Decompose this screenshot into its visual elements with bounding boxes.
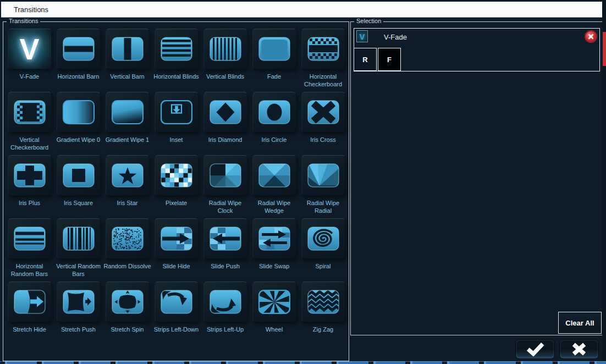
transition-label: Pixelate [152, 200, 201, 207]
transition-tile-radial-wipe-clock[interactable] [203, 155, 247, 196]
transition-tile-slide-swap[interactable] [252, 218, 296, 259]
cancel-button[interactable] [559, 339, 599, 359]
transitions-dialog: Transitions Transitions VV-FadeHorizonta… [0, 0, 606, 364]
transition-cell: Fade [250, 29, 299, 92]
transition-tile-inset[interactable] [155, 92, 199, 133]
transition-label: Stretch Push [54, 326, 103, 334]
transition-tile-radial-wipe-wedge[interactable] [252, 155, 296, 196]
transition-cell: Iris Square [54, 155, 103, 218]
horizontal-random-bars-icon [14, 227, 46, 251]
transition-tile-radial-wipe-radial[interactable] [301, 155, 345, 196]
transition-cell: Wheel [250, 282, 299, 345]
transition-tile-iris-diamond[interactable] [203, 92, 247, 133]
spiral-icon [307, 227, 339, 251]
horizontal-checkerboard-icon [307, 37, 339, 61]
v-fade-thumb-icon: V [356, 30, 368, 42]
remove-transition-button[interactable] [585, 30, 597, 43]
transition-cell: Stretch Spin [103, 282, 152, 345]
f-toggle-button[interactable]: F [378, 48, 401, 71]
transition-label: Horizontal Blinds [152, 73, 201, 81]
transition-tile-iris-plus[interactable] [8, 155, 52, 196]
transition-label: Iris Star [103, 200, 152, 207]
transition-cell: Pixelate [152, 155, 201, 218]
transition-label: Stretch Hide [5, 326, 54, 334]
transition-tile-slide-push[interactable] [203, 218, 247, 259]
transition-cell: Vertical Checkerboard [5, 92, 54, 155]
transition-tile-stretch-spin[interactable] [106, 282, 150, 322]
transition-tile-zig-zag[interactable] [301, 282, 345, 322]
transition-tile-iris-cross[interactable] [301, 92, 345, 133]
ok-button[interactable] [515, 339, 555, 359]
transition-label: Vertical Checkerboard [5, 136, 54, 151]
transition-cell: Slide Swap [250, 218, 299, 282]
transition-cell: Gradient Wipe 0 [54, 92, 103, 155]
selection-item-label: V-Fade [384, 33, 407, 41]
transition-tile-vertical-random-bars[interactable] [57, 218, 101, 259]
transition-cell: Radial Wipe Clock [201, 155, 250, 218]
transition-tile-v-fade[interactable]: V [8, 29, 52, 69]
transition-tile-strips-left-down[interactable] [155, 282, 199, 322]
transitions-grid: VV-FadeHorizontal BarnVertical BarnHoriz… [5, 29, 348, 345]
transition-tile-random-dissolve[interactable] [106, 218, 150, 259]
transition-cell: VV-Fade [5, 29, 54, 92]
selection-groupbox-label: Selection [354, 18, 383, 24]
random-dissolve-icon [112, 227, 144, 251]
strips-left-up-icon [210, 290, 241, 314]
transition-tile-spiral[interactable] [301, 218, 345, 259]
transition-tile-stretch-push[interactable] [57, 282, 101, 322]
transition-cell: Radial Wipe Radial [299, 155, 348, 218]
transition-tile-stretch-hide[interactable] [8, 282, 52, 322]
transition-tile-iris-square[interactable] [57, 155, 101, 196]
transition-tile-horizontal-checkerboard[interactable] [301, 29, 345, 69]
transition-tile-gradient-wipe-0[interactable] [57, 92, 101, 133]
transition-label: Stretch Spin [103, 326, 152, 334]
transition-cell: Gradient Wipe 1 [103, 92, 152, 155]
iris-square-icon [63, 163, 95, 187]
transition-cell: Inset [152, 92, 201, 155]
inset-icon [161, 100, 192, 124]
fade-icon [258, 37, 290, 61]
transition-label: Iris Cross [299, 136, 348, 144]
transition-tile-gradient-wipe-1[interactable] [106, 92, 150, 133]
x-icon [571, 342, 587, 356]
transition-label: Radial Wipe Clock [201, 200, 250, 214]
transition-cell: Iris Star [103, 155, 152, 218]
stretch-push-icon [63, 290, 95, 314]
transition-tile-horizontal-blinds[interactable] [155, 29, 199, 69]
transition-label: V-Fade [5, 73, 54, 81]
transition-tile-fade[interactable] [252, 29, 296, 69]
transition-tile-strips-left-up[interactable] [203, 282, 247, 322]
transition-tile-horizontal-random-bars[interactable] [8, 218, 52, 259]
transition-tile-vertical-barn[interactable] [106, 29, 150, 69]
transition-tile-vertical-checkerboard[interactable] [8, 92, 52, 133]
slide-push-icon [210, 227, 241, 251]
transition-label: Vertical Blinds [201, 73, 250, 81]
transition-cell: Horizontal Checkerboard [299, 29, 348, 92]
background-window-edge [602, 0, 606, 364]
transition-tile-iris-star[interactable] [106, 155, 150, 196]
radial-wipe-radial-icon [307, 163, 339, 187]
transition-tile-iris-circle[interactable] [252, 92, 296, 133]
transition-cell: Stretch Hide [5, 282, 54, 345]
horizontal-blinds-icon [161, 37, 192, 61]
transition-label: Inset [152, 136, 201, 144]
clear-all-button[interactable]: Clear All [558, 312, 602, 334]
transition-cell: Stretch Push [54, 282, 103, 345]
transition-label: Random Dissolve [103, 263, 152, 271]
transition-cell: Horizontal Random Bars [5, 218, 54, 282]
iris-cross-icon [307, 100, 339, 124]
transition-label: Vertical Barn [103, 73, 152, 81]
check-icon [525, 342, 545, 356]
pixelate-icon [161, 163, 192, 187]
transition-cell: Vertical Random Bars [54, 218, 103, 282]
transition-cell: Iris Circle [250, 92, 299, 155]
r-toggle-button[interactable]: R [354, 48, 377, 71]
transition-tile-wheel[interactable] [252, 282, 296, 322]
horizontal-barn-icon [63, 37, 95, 61]
transition-tile-horizontal-barn[interactable] [57, 29, 101, 69]
transition-tile-pixelate[interactable] [155, 155, 199, 196]
transition-tile-vertical-blinds[interactable] [203, 29, 247, 69]
transition-label: Wheel [250, 326, 299, 334]
transition-tile-slide-hide[interactable] [155, 218, 199, 259]
v-fade-icon: V [19, 34, 39, 64]
